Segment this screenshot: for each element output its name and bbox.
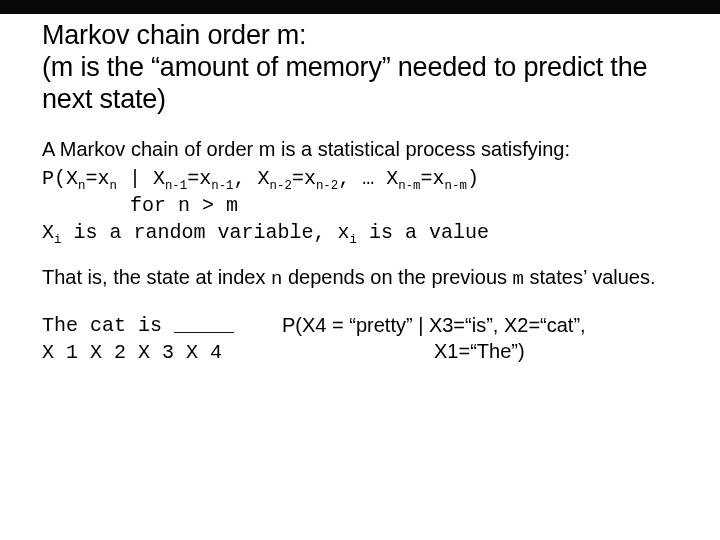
example-probability: P(X4 = “pretty” | X3=“is”, X2=“cat”, X1=… <box>282 312 678 364</box>
xi-text: is a value <box>357 221 489 244</box>
slide-body: A Markov chain of order m is a statistic… <box>42 136 678 367</box>
xi-text: is a random variable, x <box>61 221 349 244</box>
title-line-1: Markov chain order m: <box>42 20 678 52</box>
eq-text: ) <box>467 167 479 190</box>
eq-sub: n-m <box>398 179 420 193</box>
explanation-sentence: That is, the state at index n depends on… <box>42 264 678 293</box>
eq-text: | X <box>117 167 165 190</box>
eq-text: , X <box>234 167 270 190</box>
probability-equation: P(Xn=xn | Xn-1=xn-1, Xn-2=xn-2, … Xn-m=x… <box>42 165 678 192</box>
eq-sub: n-1 <box>165 179 187 193</box>
eq-text: =x <box>421 167 445 190</box>
example-sentence: The cat is _____ X 1 X 2 X 3 X 4 <box>42 312 282 366</box>
prob-line-2: X1=“The”) <box>282 338 678 364</box>
eq-text: =x <box>292 167 316 190</box>
eq-sub: n-1 <box>211 179 233 193</box>
example-line-1: The cat is _____ <box>42 312 282 339</box>
eq-sub: n-m <box>445 179 467 193</box>
slide: Markov chain order m: (m is the “amount … <box>0 0 720 540</box>
eq-text: P(X <box>42 167 78 190</box>
slide-title: Markov chain order m: (m is the “amount … <box>42 20 678 116</box>
title-line-2: (m is the “amount of memory” needed to p… <box>42 52 678 116</box>
eq-text: =x <box>187 167 211 190</box>
xi-text: X <box>42 221 54 244</box>
text: states’ values. <box>524 266 656 288</box>
text: depends on the previous <box>282 266 512 288</box>
variable-note: Xi is a random variable, xi is a value <box>42 219 678 246</box>
eq-sub: n <box>109 179 116 193</box>
for-clause: for n > m <box>42 192 678 219</box>
inline-code-m: m <box>513 268 524 290</box>
xi-sub: i <box>350 233 357 247</box>
example-row: The cat is _____ X 1 X 2 X 3 X 4 P(X4 = … <box>42 312 678 366</box>
eq-text: =x <box>85 167 109 190</box>
definition-sentence: A Markov chain of order m is a statistic… <box>42 136 678 163</box>
prob-line-1: P(X4 = “pretty” | X3=“is”, X2=“cat”, <box>282 312 678 338</box>
top-accent-bar <box>0 0 720 14</box>
inline-code-n: n <box>271 268 282 290</box>
eq-sub: n-2 <box>316 179 338 193</box>
example-line-2: X 1 X 2 X 3 X 4 <box>42 339 282 366</box>
eq-sub: n-2 <box>270 179 292 193</box>
text: That is, the state at index <box>42 266 271 288</box>
eq-text: , … X <box>338 167 398 190</box>
